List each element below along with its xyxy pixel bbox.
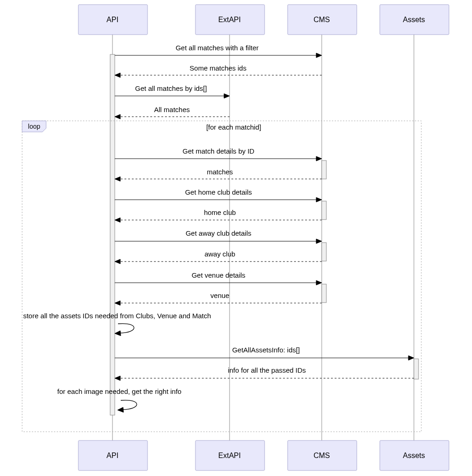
msg-venue: venue [211,292,230,299]
sequence-diagram: API ExtAPI CMS Assets Get all matches wi… [0,0,472,476]
svg-marker-9 [316,156,322,161]
participant-extapi-label: ExtAPI [218,16,241,24]
svg-marker-1 [316,53,322,58]
msg-all-matches: All matches [154,106,190,113]
activation-api [110,54,115,415]
msg-home-club: home club [204,208,236,216]
svg-marker-29 [118,407,124,412]
msg-get-away-club: Get away club details [186,229,252,237]
participant-cms-label: CMS [313,16,330,24]
participant-api-label: API [106,16,118,24]
svg-marker-3 [115,73,120,77]
msg-for-each-image: for each image needed, get the right inf… [57,387,181,395]
msg-store-asset-ids: store all the assets IDs needed from Clu… [23,312,211,320]
svg-marker-17 [316,239,322,244]
svg-marker-7 [115,114,120,119]
msg-get-venue: Get venue details [192,271,246,279]
activation-cms-4 [322,284,326,303]
msg-get-match-details: Get match details by ID [183,147,254,155]
activation-cms-2 [322,201,326,220]
svg-marker-15 [115,218,120,222]
svg-marker-23 [115,301,120,305]
msg-get-home-club: Get home club details [185,188,252,196]
participant-assets-label: Assets [403,16,425,24]
svg-marker-11 [115,177,120,181]
loop-label: loop [28,123,41,130]
msg-away-club: away club [205,250,236,258]
svg-marker-19 [115,259,120,264]
msg-get-all-matches-filter: Get all matches with a filter [176,44,259,52]
participant-assets-label-bottom: Assets [403,452,425,459]
msg-matches: matches [207,168,233,176]
svg-marker-28 [115,376,120,381]
activation-cms-1 [322,161,326,179]
msg-get-all-assets-info: GetAllAssetsInfo: ids[] [232,346,300,354]
participant-api-label-bottom: API [106,452,118,459]
svg-marker-13 [316,197,322,202]
activation-cms-3 [322,243,326,261]
participant-extapi-label-bottom: ExtAPI [218,452,241,459]
msg-some-matches-ids: Some matches ids [189,64,246,72]
msg-info-for-ids: info for all the passed IDs [228,366,306,374]
loop-condition: [for each matchid] [206,123,261,131]
svg-marker-26 [408,356,414,360]
activation-assets [414,359,419,379]
msg-get-all-matches-by-ids: Get all matches by ids[] [135,84,207,92]
svg-marker-5 [224,94,230,98]
svg-marker-24 [115,331,121,336]
svg-marker-21 [316,280,322,285]
participant-cms-label-bottom: CMS [313,452,330,459]
